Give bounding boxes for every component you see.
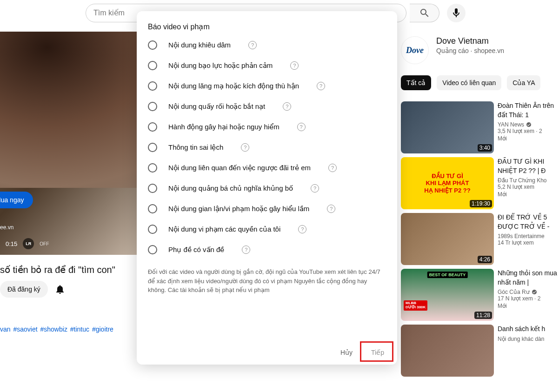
report-option[interactable]: Nội dung bạo lực hoặc phản cảm ? (148, 55, 386, 76)
report-option[interactable]: Nội dung quấy rối hoặc bắt nạt ? (148, 96, 386, 117)
option-label: Nội dung quấy rối hoặc bắt nạt (168, 102, 265, 111)
help-icon[interactable]: ? (317, 82, 325, 90)
help-icon[interactable]: ? (327, 205, 335, 213)
help-icon[interactable]: ? (298, 225, 306, 233)
report-option[interactable]: Nội dung lăng mạ hoặc kích động thù hận … (148, 76, 386, 96)
report-option[interactable]: Hành động gây hại hoặc nguy hiểm ? (148, 117, 386, 137)
next-button[interactable]: Tiếp (364, 344, 392, 361)
report-modal: Báo video vi phạm Nội dung khiêu dâm ? N… (137, 11, 397, 365)
radio-icon[interactable] (148, 81, 157, 91)
option-label: Nội dung vi phạm các quyền của tôi (168, 225, 280, 233)
option-label: Nội dung lăng mạ hoặc kích động thù hận (168, 82, 299, 90)
help-icon[interactable]: ? (290, 61, 299, 70)
option-label: Nội dung gian lận/vi phạm hoặc gây hiểu … (168, 205, 309, 213)
option-label: Nội dung quảng bá chủ nghĩa khủng bố (168, 184, 293, 193)
report-option[interactable]: Thông tin sai lệch ? (148, 137, 386, 158)
radio-icon[interactable] (148, 245, 157, 254)
radio-icon[interactable] (148, 102, 157, 111)
radio-icon[interactable] (148, 225, 157, 234)
radio-icon[interactable] (148, 143, 157, 152)
option-label: Nội dung khiêu dâm (168, 41, 231, 49)
help-icon[interactable]: ? (283, 102, 291, 111)
report-option[interactable]: Nội dung liên quan đến việc ngược đãi tr… (148, 158, 386, 178)
radio-icon[interactable] (148, 61, 157, 70)
help-icon[interactable]: ? (242, 246, 250, 254)
help-icon[interactable]: ? (311, 184, 319, 193)
modal-actions: Hủy Tiếp (137, 340, 397, 365)
help-icon[interactable]: ? (241, 143, 249, 152)
radio-icon[interactable] (148, 204, 157, 213)
option-label: Phụ đề có vấn đề (168, 246, 224, 254)
cancel-button[interactable]: Hủy (333, 344, 360, 361)
report-option[interactable]: Nội dung quảng bá chủ nghĩa khủng bố ? (148, 178, 386, 199)
help-icon[interactable]: ? (248, 41, 257, 49)
option-label: Hành động gây hại hoặc nguy hiểm (168, 123, 280, 131)
help-icon[interactable]: ? (297, 123, 306, 131)
option-label: Nội dung liên quan đến việc ngược đãi tr… (168, 164, 311, 172)
report-option[interactable]: Nội dung khiêu dâm ? (148, 35, 386, 55)
option-label: Thông tin sai lệch (168, 143, 223, 152)
report-option[interactable]: Nội dung gian lận/vi phạm hoặc gây hiểu … (148, 199, 386, 219)
radio-icon[interactable] (148, 184, 157, 193)
radio-icon[interactable] (148, 163, 157, 173)
report-option[interactable]: Phụ đề có vấn đề ? (148, 239, 386, 260)
report-option[interactable]: Nội dung vi phạm các quyền của tôi ? (148, 219, 386, 239)
radio-icon[interactable] (148, 122, 157, 132)
help-icon[interactable]: ? (328, 164, 337, 172)
radio-icon[interactable] (148, 40, 157, 50)
modal-footer-text: Đối với các video và người dùng bị gắn c… (148, 267, 386, 295)
option-label: Nội dung bạo lực hoặc phản cảm (168, 61, 273, 70)
modal-body[interactable]: Nội dung khiêu dâm ? Nội dung bạo lực ho… (137, 35, 397, 340)
modal-title: Báo video vi phạm (137, 11, 397, 35)
